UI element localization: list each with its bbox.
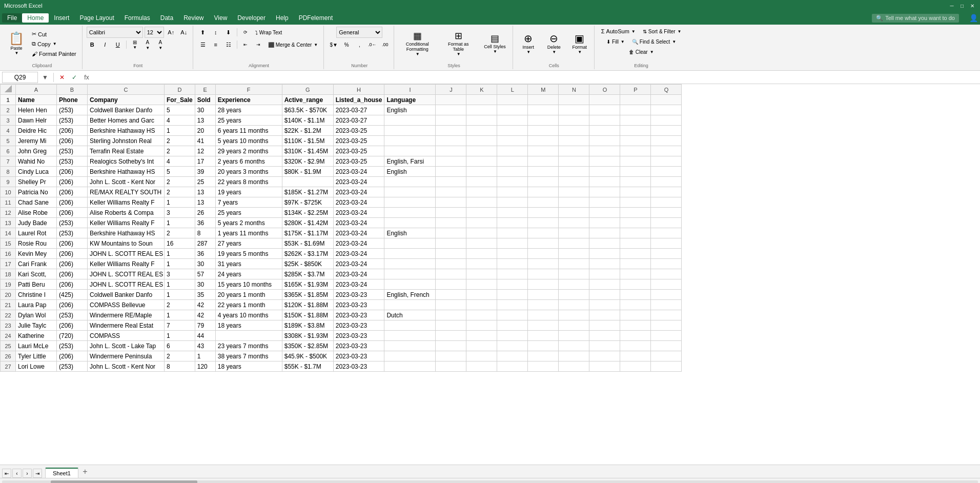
cell-r15c10[interactable]: [436, 238, 466, 249]
cell-r13c15[interactable]: [589, 218, 620, 228]
decrease-font-btn[interactable]: A↓: [178, 27, 190, 38]
cell-r6c3[interactable]: Terrafin Real Estate: [88, 146, 165, 156]
cell-r7c2[interactable]: (253): [57, 156, 88, 167]
cell-r5c3[interactable]: Sterling Johnston Real: [88, 136, 165, 146]
menu-page-layout[interactable]: Page Layout: [74, 13, 119, 23]
paste-button[interactable]: 📋 Paste ▼: [5, 29, 28, 59]
cell-r6c6[interactable]: 29 years 2 months: [215, 146, 282, 156]
cell-r27c11[interactable]: [466, 361, 497, 372]
cell-r5c8[interactable]: 2023-03-25: [333, 136, 384, 146]
menu-view[interactable]: View: [209, 13, 233, 23]
cell-r4c12[interactable]: [497, 126, 528, 136]
cell-r9c17[interactable]: [651, 177, 682, 187]
cell-r10c6[interactable]: 19 years: [215, 187, 282, 197]
col-header-q[interactable]: Q: [651, 85, 682, 95]
cell-r21c1[interactable]: Laura Pap: [16, 300, 57, 310]
cell-r2c7[interactable]: $63.5K - $570K: [282, 105, 333, 115]
minimize-btn[interactable]: ─: [948, 2, 955, 9]
menu-formulas[interactable]: Formulas: [119, 13, 155, 23]
cell-r22c14[interactable]: [559, 310, 589, 320]
align-left-btn[interactable]: ☰: [197, 39, 209, 50]
cell-r24c6[interactable]: [215, 331, 282, 341]
cell-r4c6[interactable]: 6 years 11 months: [215, 126, 282, 136]
cell-r17c10[interactable]: [436, 259, 466, 269]
cell-r9c6[interactable]: 22 years 8 months: [215, 177, 282, 187]
cell-r17c1[interactable]: Cari Frank: [16, 259, 57, 269]
cell-r7c6[interactable]: 2 years 6 months: [215, 156, 282, 167]
cell-r16c14[interactable]: [559, 249, 589, 259]
increase-indent-btn[interactable]: ⇥: [253, 39, 264, 50]
cell-r24c2[interactable]: (720): [57, 331, 88, 341]
increase-font-btn[interactable]: A↑: [166, 27, 177, 38]
cell-r1c8[interactable]: Listed_a_house: [333, 95, 384, 105]
cell-r15c14[interactable]: [559, 238, 589, 249]
row-header-12[interactable]: 12: [1, 208, 16, 218]
row-header-17[interactable]: 17: [1, 259, 16, 269]
cell-r8c4[interactable]: 5: [165, 167, 195, 177]
cell-r18c1[interactable]: Kari Scott,: [16, 269, 57, 279]
cell-r25c7[interactable]: $350K - $2.85M: [282, 341, 333, 351]
menu-review[interactable]: Review: [178, 13, 209, 23]
cell-r23c17[interactable]: [651, 320, 682, 331]
cell-r18c2[interactable]: (206): [57, 269, 88, 279]
cell-r16c15[interactable]: [589, 249, 620, 259]
col-header-c[interactable]: C: [88, 85, 165, 95]
cell-r26c4[interactable]: 2: [165, 351, 195, 361]
cell-r7c13[interactable]: [528, 156, 559, 167]
cell-r26c14[interactable]: [559, 351, 589, 361]
cell-r23c1[interactable]: Julie Taylc: [16, 320, 57, 331]
cell-r13c9[interactable]: [384, 218, 436, 228]
row-header-6[interactable]: 6: [1, 146, 16, 156]
cell-r3c11[interactable]: [466, 115, 497, 126]
cell-r13c11[interactable]: [466, 218, 497, 228]
cell-r18c8[interactable]: 2023-03-24: [333, 269, 384, 279]
cell-r23c4[interactable]: 7: [165, 320, 195, 331]
align-center-btn[interactable]: ≡: [210, 39, 221, 50]
cell-r26c9[interactable]: [384, 351, 436, 361]
cell-r26c11[interactable]: [466, 351, 497, 361]
cell-r16c9[interactable]: [384, 249, 436, 259]
row-header-20[interactable]: 20: [1, 290, 16, 300]
cell-r10c7[interactable]: $185K - $1.27M: [282, 187, 333, 197]
cell-r2c11[interactable]: [466, 105, 497, 115]
cell-r14c10[interactable]: [436, 228, 466, 238]
cell-r16c6[interactable]: 19 years 5 months: [215, 249, 282, 259]
cell-r3c16[interactable]: [620, 115, 651, 126]
cell-r21c9[interactable]: [384, 300, 436, 310]
cell-r26c8[interactable]: 2023-03-23: [333, 351, 384, 361]
cell-r11c5[interactable]: 13: [195, 197, 215, 208]
cell-r6c11[interactable]: [466, 146, 497, 156]
cell-r14c16[interactable]: [620, 228, 651, 238]
row-header-19[interactable]: 19: [1, 279, 16, 290]
cell-r2c3[interactable]: Coldwell Banker Danfo: [88, 105, 165, 115]
cell-r18c6[interactable]: 24 years: [215, 269, 282, 279]
cell-r11c16[interactable]: [620, 197, 651, 208]
cell-r9c10[interactable]: [436, 177, 466, 187]
cell-r6c5[interactable]: 12: [195, 146, 215, 156]
cell-r24c14[interactable]: [559, 331, 589, 341]
cell-r12c6[interactable]: 25 years: [215, 208, 282, 218]
cell-r20c17[interactable]: [651, 290, 682, 300]
cell-r15c15[interactable]: [589, 238, 620, 249]
cell-r16c17[interactable]: [651, 249, 682, 259]
cell-r2c1[interactable]: Helen Hen: [16, 105, 57, 115]
cell-r25c9[interactable]: [384, 341, 436, 351]
cell-r12c8[interactable]: 2023-03-24: [333, 208, 384, 218]
corner-header[interactable]: [1, 85, 16, 95]
cell-r26c16[interactable]: [620, 351, 651, 361]
cell-r25c11[interactable]: [466, 341, 497, 351]
cell-r15c16[interactable]: [620, 238, 651, 249]
cell-r8c16[interactable]: [620, 167, 651, 177]
cell-r1c9[interactable]: Language: [384, 95, 436, 105]
cell-r3c5[interactable]: 13: [195, 115, 215, 126]
cell-r15c1[interactable]: Rosie Rou: [16, 238, 57, 249]
cell-r5c12[interactable]: [497, 136, 528, 146]
cell-r12c15[interactable]: [589, 208, 620, 218]
cell-r16c10[interactable]: [436, 249, 466, 259]
cell-r20c4[interactable]: 1: [165, 290, 195, 300]
cell-r4c5[interactable]: 20: [195, 126, 215, 136]
cell-r19c8[interactable]: 2023-03-24: [333, 279, 384, 290]
cell-r15c13[interactable]: [528, 238, 559, 249]
cell-r16c1[interactable]: Kevin Mey: [16, 249, 57, 259]
cell-r22c5[interactable]: 42: [195, 310, 215, 320]
